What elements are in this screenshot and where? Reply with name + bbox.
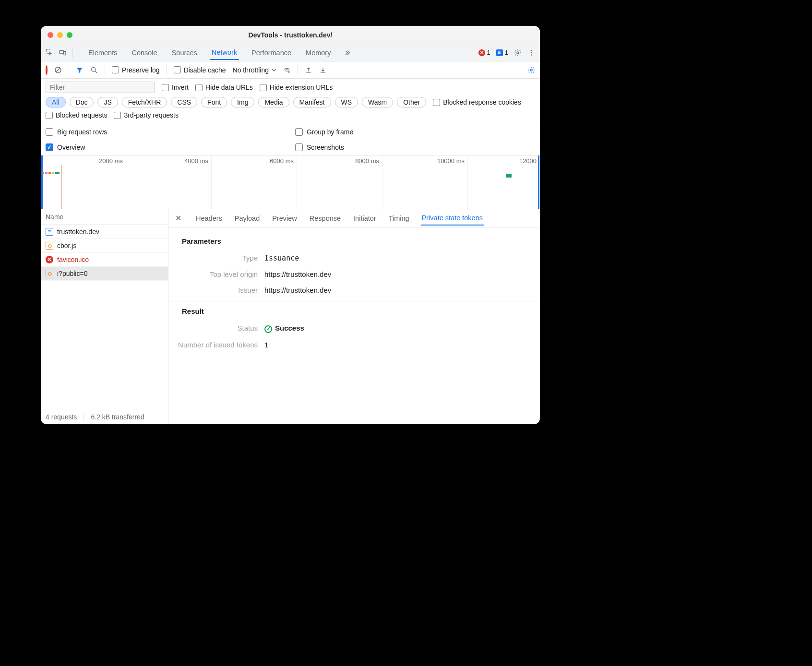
status-value: ✓Success [264, 324, 540, 333]
type-pill-wasm[interactable]: Wasm [362, 97, 393, 107]
tab-elements[interactable]: Elements [86, 46, 119, 59]
type-pill-fetchxhr[interactable]: Fetch/XHR [122, 97, 167, 107]
tab-network[interactable]: Network [210, 46, 239, 60]
type-label: Type [168, 254, 264, 262]
titlebar: DevTools - trusttoken.dev/ [41, 26, 540, 44]
request-row[interactable]: ◇ i?public=0 [41, 267, 168, 281]
error-count-badge[interactable]: ✕ 1 [478, 49, 490, 56]
blocked-requests-checkbox[interactable]: Blocked requests [46, 111, 107, 119]
inspect-icon[interactable] [46, 49, 53, 57]
type-pill-manifest[interactable]: Manifest [293, 97, 331, 107]
type-pill-other[interactable]: Other [397, 97, 426, 107]
origin-label: Top level origin [168, 270, 264, 278]
tick-label: 10000 ms [437, 157, 465, 165]
disable-cache-checkbox[interactable]: Disable cache [174, 66, 226, 74]
error-icon: ✕ [478, 49, 485, 56]
third-party-checkbox[interactable]: 3rd-party requests [114, 111, 179, 119]
filter-icon[interactable] [76, 66, 84, 74]
window-maximize-button[interactable] [67, 32, 72, 38]
display-options: Big request rows Group by frame Overview… [41, 124, 540, 155]
type-pill-media[interactable]: Media [258, 97, 289, 107]
group-by-frame-checkbox[interactable] [295, 128, 303, 136]
timeline-overview[interactable]: 2000 ms 4000 ms 6000 ms 8000 ms 10000 ms… [41, 155, 540, 209]
dtab-headers[interactable]: Headers [195, 212, 223, 225]
script-icon: ◇ [46, 270, 53, 277]
timeline-blips [42, 172, 60, 174]
close-details-icon[interactable]: ✕ [175, 214, 181, 223]
origin-value: https://trusttoken.dev [264, 270, 540, 278]
window-minimize-button[interactable] [57, 32, 63, 38]
dtab-payload[interactable]: Payload [234, 212, 261, 225]
detail-tabbar: ✕ Headers Payload Preview Response Initi… [168, 209, 540, 227]
tab-memory[interactable]: Memory [304, 46, 333, 59]
main-tabbar: Elements Console Sources Network Perform… [41, 44, 540, 61]
tokens-label: Number of issued tokens [168, 341, 264, 349]
tab-sources[interactable]: Sources [170, 46, 199, 59]
network-toolbar: Preserve log Disable cache No throttling [41, 61, 540, 79]
tick-label: 6000 ms [270, 157, 294, 165]
blocked-cookies-checkbox[interactable]: Blocked response cookies [433, 98, 521, 106]
request-details: ✕ Headers Payload Preview Response Initi… [168, 209, 540, 424]
dtab-preview[interactable]: Preview [271, 212, 298, 225]
type-pill-img[interactable]: Img [231, 97, 254, 107]
svg-point-11 [288, 71, 290, 72]
request-name: i?public=0 [57, 270, 87, 277]
settings-icon[interactable] [514, 49, 522, 57]
upload-har-icon[interactable] [305, 66, 312, 74]
invert-checkbox[interactable]: Invert [162, 83, 189, 91]
script-icon: ◇ [46, 242, 53, 250]
kebab-menu-icon[interactable] [527, 49, 535, 57]
tick-label: 12000 [519, 157, 537, 165]
search-icon[interactable] [90, 66, 98, 74]
requests-count: 4 requests [46, 413, 77, 421]
main-split: Name ≡ trusttoken.dev ◇ cbor.js ✕ favico… [41, 209, 540, 424]
hide-extension-urls-checkbox[interactable]: Hide extension URLs [260, 83, 333, 91]
more-tabs-icon[interactable] [343, 49, 351, 57]
screenshots-checkbox[interactable] [295, 143, 303, 151]
svg-rect-2 [64, 51, 66, 55]
type-pill-ws[interactable]: WS [335, 97, 358, 107]
dtab-response[interactable]: Response [309, 212, 342, 225]
network-conditions-icon[interactable] [283, 66, 291, 74]
document-icon: ≡ [46, 228, 53, 236]
request-list: Name ≡ trusttoken.dev ◇ cbor.js ✕ favico… [41, 209, 168, 424]
dtab-private-state-tokens[interactable]: Private state tokens [421, 211, 484, 226]
overview-checkbox[interactable] [46, 143, 53, 151]
message-count-badge[interactable]: ≡ 1 [496, 49, 508, 56]
tick-label: 8000 ms [355, 157, 379, 165]
type-pill-font[interactable]: Font [201, 97, 227, 107]
tab-performance[interactable]: Performance [250, 46, 293, 59]
transferred-size: 6.2 kB transferred [91, 413, 144, 421]
timeline-load-marker [61, 165, 61, 209]
message-icon: ≡ [496, 49, 503, 56]
dtab-initiator[interactable]: Initiator [352, 212, 377, 225]
request-list-header: Name [41, 209, 168, 225]
download-har-icon[interactable] [319, 66, 327, 74]
window-close-button[interactable] [48, 32, 53, 38]
type-pill-doc[interactable]: Doc [70, 97, 94, 107]
network-settings-icon[interactable] [527, 66, 535, 74]
svg-rect-1 [60, 50, 63, 54]
svg-point-3 [517, 52, 519, 54]
request-row[interactable]: ✕ favicon.ico [41, 253, 168, 267]
device-icon[interactable] [59, 49, 67, 57]
preserve-log-checkbox[interactable]: Preserve log [112, 66, 160, 74]
svg-point-12 [530, 69, 532, 71]
throttling-select[interactable]: No throttling [233, 66, 276, 74]
timeline-end-blip [506, 174, 512, 178]
record-button[interactable] [46, 66, 48, 74]
svg-line-8 [56, 68, 60, 72]
type-pill-all[interactable]: All [46, 97, 66, 107]
svg-line-10 [95, 71, 97, 73]
tab-console[interactable]: Console [130, 46, 159, 59]
type-pill-css[interactable]: CSS [171, 97, 197, 107]
svg-point-5 [531, 52, 532, 53]
type-pill-js[interactable]: JS [97, 97, 118, 107]
dtab-timing[interactable]: Timing [388, 212, 410, 225]
hide-data-urls-checkbox[interactable]: Hide data URLs [195, 83, 253, 91]
clear-icon[interactable] [54, 66, 62, 74]
big-rows-checkbox[interactable] [46, 128, 53, 136]
request-row[interactable]: ≡ trusttoken.dev [41, 225, 168, 239]
request-row[interactable]: ◇ cbor.js [41, 239, 168, 253]
filter-input[interactable] [46, 82, 155, 93]
